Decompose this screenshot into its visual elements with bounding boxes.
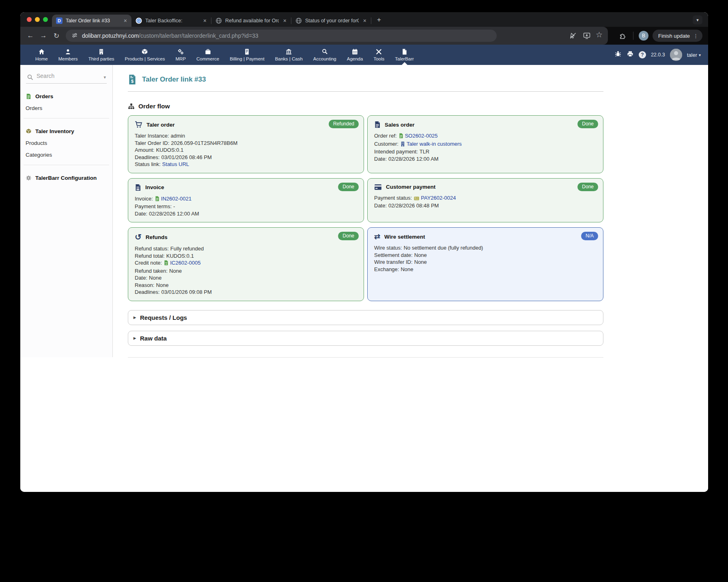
tab-refund-available[interactable]: Refund available for Order to × (211, 15, 291, 27)
credit-note-doc-icon: x (164, 260, 168, 267)
field-label: Date: (135, 275, 147, 281)
field-value: 2026.059-01T2SN4R78B6M (171, 140, 237, 146)
menu-third-parties[interactable]: Third parties (83, 45, 120, 65)
menu-label: Accounting (313, 56, 336, 61)
sidebar-item-categories[interactable]: Categories (20, 152, 112, 158)
field-value: KUDOS:0.1 (156, 147, 183, 153)
menu-billing-payment[interactable]: Billing | Payment (224, 45, 269, 65)
customer-link[interactable]: Taler walk-in customers (407, 141, 462, 147)
print-icon[interactable] (627, 50, 634, 59)
transfer-arrows-icon: ⇄ (374, 233, 380, 240)
sidebar-section-orders[interactable]: Orders (20, 93, 112, 99)
menu-mrp[interactable]: MRP (170, 45, 191, 65)
invoice-doc-icon (155, 196, 159, 203)
finish-update-button[interactable]: Finish update ⋮ (653, 30, 702, 42)
requests-logs-expander[interactable]: ▸ Requests / Logs (128, 310, 603, 325)
pointer-blocked-icon[interactable] (569, 32, 577, 40)
browser-toolbar: ← → ↻ dolibarr.potuzhnyi.com/custom/tale… (20, 27, 708, 45)
sidebar-section-title: TalerBarr Configuration (35, 175, 97, 181)
field-label: Taler Instance: (135, 133, 169, 139)
forward-button[interactable]: → (38, 30, 49, 41)
close-tab-icon[interactable]: × (362, 17, 368, 24)
menu-members[interactable]: Members (53, 45, 83, 65)
field-value: - (173, 203, 175, 209)
menu-banks-cash[interactable]: Banks | Cash (270, 45, 308, 65)
address-bar[interactable]: dolibarr.potuzhnyi.com/custom/talerbarr/… (66, 30, 497, 42)
extensions-puzzle-icon[interactable] (618, 32, 627, 40)
debug-bug-icon[interactable] (614, 50, 622, 59)
search-input[interactable] (37, 73, 106, 79)
payment-link[interactable]: PAY2602-0024 (421, 195, 456, 201)
minimize-window-button[interactable] (35, 17, 40, 22)
sidebar-section-taler-inventory[interactable]: Taler Inventory (20, 128, 112, 134)
close-tab-icon[interactable]: × (202, 17, 208, 24)
invoice-link[interactable]: IN2602-0021 (161, 196, 192, 202)
tab-taler-backoffice[interactable]: Taler Backoffice: × (131, 15, 211, 27)
menu-label: Billing | Payment (230, 56, 264, 61)
order-flow-sitemap-icon (128, 103, 135, 110)
expander-label: Raw data (140, 335, 167, 342)
field-value: 02/28/2026 12:00 AM (149, 211, 199, 217)
field-label: Intended payment: (374, 149, 418, 155)
tab-taler-order-link[interactable]: D Taler Order link #33 × (52, 15, 131, 27)
menu-accounting[interactable]: Accounting (308, 45, 342, 65)
maximize-window-button[interactable] (43, 17, 48, 22)
menu-label: Commerce (196, 56, 219, 61)
sidebar-section-talerbarr-configuration[interactable]: TalerBarr Configuration (20, 175, 112, 181)
card-title-text: Sales order (385, 122, 415, 128)
field-label: Status link: (135, 161, 161, 167)
tab-search-chevron-button[interactable]: ▾ (693, 15, 702, 24)
menu-label: Agenda (347, 56, 363, 61)
close-tab-icon[interactable]: × (123, 17, 128, 24)
bookmark-star-icon[interactable]: ☆ (596, 30, 604, 38)
back-button[interactable]: ← (25, 30, 36, 41)
search-caret-icon[interactable]: ▾ (103, 75, 106, 80)
taler-favicon-icon (136, 17, 142, 24)
menu-products-services[interactable]: Products | Services (120, 45, 170, 65)
field-value: TLR (420, 149, 430, 155)
page-title: Taler Order link #33 (142, 75, 206, 84)
tab-order-status[interactable]: Status of your order forOrder × (291, 15, 371, 27)
toolbar-separator (633, 32, 633, 40)
menu-tools[interactable]: Tools (368, 45, 390, 65)
menu-talerbarr[interactable]: TalerBarr (390, 45, 419, 65)
invoice-icon (135, 184, 141, 191)
field-label: Exchange: (374, 266, 399, 272)
field-value: 03/01/2026 09:08 PM (161, 289, 211, 295)
profile-avatar[interactable]: B (639, 31, 648, 41)
menu-commerce[interactable]: Commerce (191, 45, 224, 65)
credit-note-link[interactable]: IC2602-0005 (170, 260, 200, 266)
tab-strip: D Taler Order link #33 × Taler Backoffic… (20, 12, 708, 27)
user-menu[interactable]: taler ▾ (687, 52, 701, 58)
calendar-icon (351, 48, 358, 55)
install-icon[interactable] (583, 32, 591, 40)
site-settings-icon[interactable] (71, 32, 78, 40)
status-url-link[interactable]: Status URL (162, 161, 189, 167)
browser-menu-icon[interactable]: ⋮ (693, 33, 698, 39)
sales-order-link[interactable]: SO2602-0025 (405, 133, 438, 139)
user-avatar[interactable] (670, 49, 682, 61)
close-tab-icon[interactable]: × (282, 17, 288, 24)
field-label: Refund total: (135, 253, 165, 259)
menu-label: Third parties (88, 56, 114, 61)
new-tab-button[interactable]: + (374, 15, 384, 25)
sidebar-item-orders[interactable]: Orders (20, 105, 112, 111)
svg-text:$: $ (131, 79, 134, 84)
talerbarr-icon (401, 48, 408, 55)
card-title-text: Invoice (145, 184, 164, 190)
menu-agenda[interactable]: Agenda (342, 45, 368, 65)
close-window-button[interactable] (27, 17, 32, 22)
help-icon[interactable]: ? (639, 51, 646, 58)
reload-button[interactable]: ↻ (51, 30, 62, 41)
orders-doc-icon (26, 93, 32, 99)
sidebar-item-products[interactable]: Products (20, 140, 112, 146)
field-label: Date: (135, 211, 147, 217)
field-label: Wire status: (374, 245, 402, 251)
menu-label: Home (35, 56, 48, 61)
raw-data-expander[interactable]: ▸ Raw data (128, 331, 603, 346)
menu-home[interactable]: Home (30, 45, 53, 65)
tab-title: Status of your order forOrder (305, 18, 359, 24)
field-value: KUDOS:0.1 (166, 253, 194, 259)
order-flow-grid: Taler order Refunded Taler Instance:admi… (128, 115, 603, 301)
expand-triangle-icon: ▸ (134, 335, 136, 341)
